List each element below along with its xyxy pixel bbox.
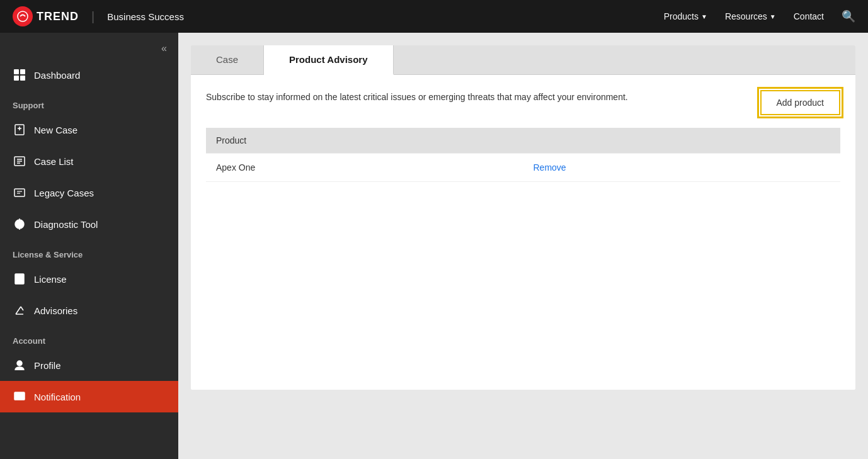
svg-point-16 [18, 222, 21, 226]
collapse-icon[interactable]: « [161, 43, 167, 54]
product-table: Product Apex One Remove [206, 128, 840, 182]
advisories-label: Advisories [34, 305, 77, 316]
sidebar-dashboard-label: Dashboard [34, 70, 80, 81]
advisories-icon [13, 303, 26, 317]
remove-link[interactable]: Remove [534, 162, 566, 173]
resources-chevron-icon: ▼ [770, 13, 776, 20]
license-label: License [34, 274, 67, 285]
license-section-label: License & Service [0, 240, 178, 263]
products-nav-item[interactable]: Products ▼ [664, 11, 707, 21]
product-name-cell: Apex One [206, 154, 523, 182]
svg-line-24 [21, 307, 23, 310]
sidebar-item-profile[interactable]: Profile [0, 349, 178, 381]
logo-text: TREND [37, 10, 79, 23]
svg-rect-3 [14, 76, 19, 81]
nav-divider: | [91, 9, 94, 24]
notification-icon [13, 390, 26, 404]
trend-logo: TREND [13, 6, 79, 26]
action-column-header [523, 128, 841, 154]
content-area: Case Product Advisory Subscribe to stay … [178, 33, 868, 459]
sidebar-item-advisories[interactable]: Advisories [0, 295, 178, 326]
diagnostic-tool-label: Diagnostic Tool [34, 219, 98, 230]
add-product-button[interactable]: Add product [760, 90, 841, 115]
diagnostic-tool-icon [13, 217, 26, 231]
tab-content-product-advisory: Subscribe to stay informed on the latest… [191, 75, 855, 390]
svg-rect-12 [14, 189, 25, 196]
support-section-label: Support [0, 91, 178, 114]
sidebar-collapse-area: « [0, 33, 178, 59]
sidebar-item-license[interactable]: License [0, 263, 178, 295]
sidebar: « Dashboard Support [0, 33, 178, 459]
new-case-icon [13, 123, 26, 137]
search-icon[interactable]: 🔍 [842, 9, 855, 23]
svg-rect-2 [20, 69, 25, 74]
profile-icon [13, 358, 26, 372]
sidebar-item-legacy-cases[interactable]: Legacy Cases [0, 177, 178, 208]
case-list-label: Case List [34, 156, 74, 167]
legacy-cases-icon [13, 186, 26, 200]
table-row: Apex One Remove [206, 154, 840, 182]
svg-rect-27 [14, 392, 25, 400]
product-action-cell: Remove [523, 154, 841, 182]
tab-product-advisory[interactable]: Product Advisory [264, 45, 393, 75]
svg-line-23 [16, 307, 21, 314]
advisory-description: Subscribe to stay informed on the latest… [206, 90, 628, 104]
account-section-label: Account [0, 326, 178, 349]
nav-right: Products ▼ Resources ▼ Contact 🔍 [664, 9, 855, 23]
logo-icon [13, 6, 33, 26]
sidebar-item-diagnostic-tool[interactable]: Diagnostic Tool [0, 208, 178, 240]
tabs-row: Case Product Advisory [191, 45, 855, 75]
product-column-header: Product [206, 128, 523, 154]
dashboard-icon [13, 68, 26, 82]
tab-header-row: Subscribe to stay informed on the latest… [206, 90, 840, 115]
sidebar-item-notification[interactable]: Notification [0, 381, 178, 412]
business-title: Business Success [107, 11, 184, 22]
new-case-label: New Case [34, 125, 77, 135]
svg-point-0 [18, 11, 28, 21]
sidebar-item-case-list[interactable]: Case List [0, 145, 178, 177]
content-panel: Case Product Advisory Subscribe to stay … [191, 45, 855, 390]
svg-point-26 [17, 361, 22, 366]
sidebar-item-dashboard[interactable]: Dashboard [0, 59, 178, 91]
products-chevron-icon: ▼ [701, 13, 707, 20]
case-list-icon [13, 154, 26, 168]
tab-case[interactable]: Case [191, 45, 264, 74]
contact-nav-item[interactable]: Contact [794, 11, 824, 21]
svg-rect-1 [14, 69, 19, 74]
sidebar-item-new-case[interactable]: New Case [0, 114, 178, 145]
legacy-cases-label: Legacy Cases [34, 188, 94, 198]
notification-label: Notification [34, 392, 81, 402]
svg-rect-4 [20, 76, 25, 81]
main-layout: « Dashboard Support [0, 33, 868, 459]
resources-nav-item[interactable]: Resources ▼ [725, 11, 776, 21]
license-icon [13, 272, 26, 286]
top-navigation: TREND | Business Success Products ▼ Reso… [0, 0, 868, 33]
profile-label: Profile [34, 360, 61, 371]
logo-area: TREND | Business Success [13, 6, 184, 26]
